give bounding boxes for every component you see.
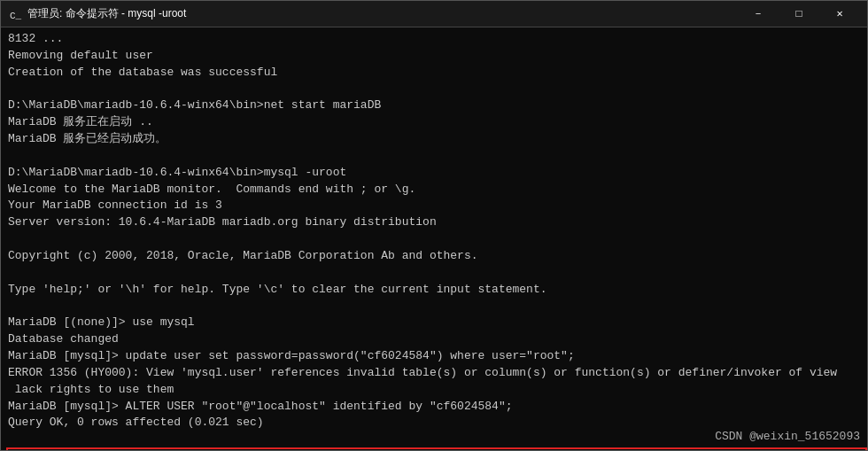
terminal-line: Copyright (c) 2000, 2018, Oracle, MariaD… xyxy=(8,248,860,265)
window-title: 管理员: 命令提示符 - mysql -uroot xyxy=(27,6,186,21)
close-button[interactable]: ✕ xyxy=(819,1,860,27)
terminal-line: MariaDB [mysql]> ALTER USER "root"@"loca… xyxy=(8,399,860,416)
terminal-line: Removing default user xyxy=(8,48,860,65)
terminal-line: lack rights to use them xyxy=(8,382,860,399)
terminal-line: Welcome to the MariaDB monitor. Commands… xyxy=(8,182,860,198)
watermark: CSDN @weixin_51652093 xyxy=(715,430,860,443)
terminal-line xyxy=(8,231,860,248)
terminal-line: MariaDB [(none)]> use mysql xyxy=(8,315,860,331)
terminal-line: Creation of the database was successful xyxy=(8,65,860,82)
terminal-line: MariaDB 服务已经启动成功。 xyxy=(8,131,860,148)
maximize-button[interactable]: □ xyxy=(779,1,819,27)
terminal-line: MariaDB [mysql]> flush privileges; xyxy=(8,448,860,450)
terminal-line xyxy=(8,265,860,282)
terminal-output: 8132 ...Removing default userCreation of… xyxy=(8,31,860,450)
terminal-line: 8132 ... xyxy=(8,31,860,48)
terminal-line xyxy=(8,299,860,315)
terminal-body[interactable]: 8132 ...Removing default userCreation of… xyxy=(1,27,867,450)
minimize-button[interactable]: － xyxy=(738,1,779,27)
terminal-line: MariaDB 服务正在启动 .. xyxy=(8,114,860,131)
titlebar-left: C_ 管理员: 命令提示符 - mysql -uroot xyxy=(8,6,186,21)
terminal-line: Server version: 10.6.4-MariaDB mariadb.o… xyxy=(8,214,860,231)
terminal-line: ERROR 1356 (HY000): View 'mysql.user' re… xyxy=(8,365,860,382)
titlebar-controls: － □ ✕ xyxy=(738,1,860,27)
terminal-line: D:\MariaDB\mariadb-10.6.4-winx64\bin>net… xyxy=(8,97,860,114)
terminal-line: Database changed xyxy=(8,331,860,348)
titlebar: C_ 管理员: 命令提示符 - mysql -uroot － □ ✕ xyxy=(1,1,867,27)
terminal-line: MariaDB [mysql]> update user set passwor… xyxy=(8,348,860,365)
terminal-line: Your MariaDB connection id is 3 xyxy=(8,198,860,214)
terminal-line xyxy=(8,148,860,165)
window: C_ 管理员: 命令提示符 - mysql -uroot － □ ✕ 8132 … xyxy=(0,0,868,451)
terminal-line xyxy=(8,82,860,98)
svg-text:C_: C_ xyxy=(10,11,22,21)
terminal-line: Type 'help;' or '\h' for help. Type '\c'… xyxy=(8,282,860,299)
terminal-line: D:\MariaDB\mariadb-10.6.4-winx64\bin>mys… xyxy=(8,165,860,182)
terminal-icon: C_ xyxy=(8,7,22,21)
